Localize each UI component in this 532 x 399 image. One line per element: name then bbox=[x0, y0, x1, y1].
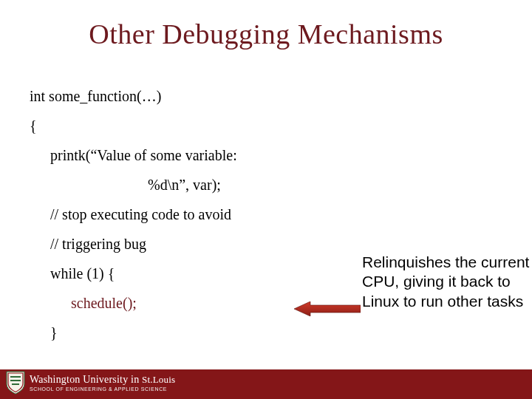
svg-rect-1 bbox=[10, 376, 21, 378]
slide: Other Debugging Mechanisms int some_func… bbox=[0, 0, 532, 399]
code-block: int some_function(…) { printk(“Value of … bbox=[30, 81, 296, 347]
svg-rect-3 bbox=[12, 383, 19, 385]
wustl-line1: Washington University in St.Louis bbox=[30, 375, 175, 385]
wustl-school-line: SCHOOL OF ENGINEERING & APPLIED SCIENCE bbox=[30, 385, 175, 392]
svg-marker-0 bbox=[294, 301, 361, 316]
code-line: } bbox=[30, 318, 296, 347]
code-line: // triggering bug bbox=[30, 229, 296, 259]
wustl-text: Washington University in St.Louis SCHOOL… bbox=[30, 375, 175, 392]
svg-rect-2 bbox=[10, 380, 21, 381]
code-line: %d\n”, var); bbox=[30, 170, 296, 200]
code-line-schedule: schedule(); bbox=[30, 288, 296, 318]
wustl-logo: Washington University in St.Louis SCHOOL… bbox=[6, 371, 175, 395]
wustl-name-b: St.Louis bbox=[142, 374, 175, 385]
wustl-name-a: Washington University in bbox=[30, 374, 139, 385]
code-line: int some_function(…) bbox=[30, 81, 296, 111]
annotation-text: Relinquishes the current CPU, giving it … bbox=[362, 253, 532, 311]
code-line: { bbox=[30, 111, 296, 140]
wustl-shield-icon bbox=[6, 371, 25, 395]
code-line: printk(“Value of some variable: bbox=[30, 140, 296, 170]
code-line: // stop executing code to avoid bbox=[30, 200, 296, 229]
code-line: while (1) { bbox=[30, 259, 296, 288]
arrow-left-icon bbox=[294, 301, 361, 316]
slide-title: Other Debugging Mechanisms bbox=[0, 18, 532, 50]
